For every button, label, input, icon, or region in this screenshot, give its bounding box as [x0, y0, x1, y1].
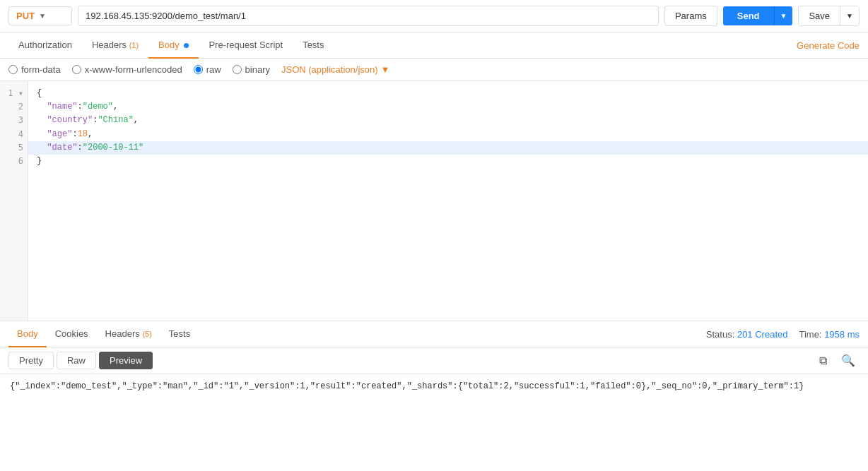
radio-binary[interactable]: [233, 65, 242, 74]
option-form-data[interactable]: form-data: [8, 64, 61, 75]
subtab-raw[interactable]: Raw: [57, 352, 96, 369]
tab-pre-request[interactable]: Pre-request Script: [199, 32, 293, 59]
tab-body[interactable]: Body: [148, 32, 199, 59]
send-button[interactable]: Send: [723, 6, 774, 25]
preview-actions: ⧉ 🔍: [815, 352, 860, 369]
search-icon: 🔍: [841, 354, 855, 366]
subtab-pretty[interactable]: Pretty: [8, 352, 54, 369]
response-panel: Body Cookies Headers (5) Tests Status: 2…: [0, 321, 868, 398]
json-type-selector[interactable]: JSON (application/json) ▼: [281, 64, 389, 75]
code-line-4: "age":18,: [37, 128, 860, 141]
option-raw[interactable]: raw: [194, 64, 221, 75]
code-line-1: {: [37, 87, 860, 100]
send-dropdown-button[interactable]: ▼: [774, 6, 793, 25]
json-type-chevron-icon: ▼: [381, 64, 390, 75]
save-button[interactable]: Save: [799, 6, 840, 25]
headers-badge: (1): [129, 41, 139, 49]
tab-authorization[interactable]: Authorization: [8, 32, 82, 59]
radio-raw[interactable]: [194, 65, 203, 74]
tab-tests[interactable]: Tests: [293, 32, 334, 59]
line-num-3: 3: [4, 114, 23, 127]
status-label: Status: 201 Created: [706, 329, 788, 340]
status-value: 201 Created: [737, 329, 788, 340]
code-editor: 1 ▾ 2 3 4 5 6 { "name":"demo", "country"…: [0, 81, 868, 321]
send-group: Send ▼: [723, 6, 793, 25]
generate-code-link[interactable]: Generate Code: [797, 33, 860, 58]
line-num-5: 5: [4, 141, 23, 155]
params-button[interactable]: Params: [664, 6, 717, 26]
url-input[interactable]: [78, 6, 659, 26]
code-body[interactable]: { "name":"demo", "country":"China", "age…: [28, 81, 868, 321]
radio-urlencoded[interactable]: [72, 65, 81, 74]
body-dot: [184, 43, 189, 48]
copy-icon: ⧉: [819, 354, 827, 366]
code-line-6: }: [37, 155, 860, 168]
subtab-preview[interactable]: Preview: [99, 352, 153, 369]
resp-headers-badge: (5): [142, 330, 151, 338]
resp-tab-tests[interactable]: Tests: [160, 321, 199, 347]
response-tabs-bar: Body Cookies Headers (5) Tests Status: 2…: [0, 321, 868, 347]
time-label: Time: 1958 ms: [799, 329, 860, 340]
line-num-6: 6: [4, 155, 23, 168]
code-line-3: "country":"China",: [37, 114, 860, 127]
method-selector[interactable]: PUT ▼: [8, 6, 72, 25]
method-label: PUT: [16, 11, 35, 21]
body-options: form-data x-www-form-urlencoded raw bina…: [0, 59, 868, 81]
resp-tab-headers[interactable]: Headers (5): [97, 321, 160, 347]
response-body: {"_index":"demo_test","_type":"man","_id…: [0, 374, 868, 398]
option-binary[interactable]: binary: [233, 64, 270, 75]
line-num-4: 4: [4, 128, 23, 141]
save-dropdown-button[interactable]: ▼: [840, 6, 859, 25]
resp-tab-cookies[interactable]: Cookies: [47, 321, 97, 347]
top-bar: PUT ▼ Params Send ▼ Save ▼: [0, 0, 868, 32]
option-urlencoded[interactable]: x-www-form-urlencoded: [72, 64, 182, 75]
save-group: Save ▼: [798, 6, 860, 26]
radio-form-data[interactable]: [8, 65, 18, 74]
time-value: 1958 ms: [824, 329, 860, 340]
resp-tab-body[interactable]: Body: [8, 321, 47, 347]
response-meta: Status: 201 Created Time: 1958 ms: [706, 329, 860, 340]
line-num-1: 1 ▾: [4, 87, 23, 100]
preview-subtabs: Pretty Raw Preview ⧉ 🔍: [0, 347, 868, 374]
code-line-5: "date":"2000-10-11": [28, 141, 868, 155]
method-chevron-icon: ▼: [39, 12, 46, 20]
code-line-2: "name":"demo",: [37, 100, 860, 114]
line-num-2: 2: [4, 100, 23, 114]
tab-headers[interactable]: Headers (1): [82, 32, 148, 59]
copy-icon-button[interactable]: ⧉: [815, 352, 831, 369]
search-icon-button[interactable]: 🔍: [837, 352, 860, 369]
line-numbers: 1 ▾ 2 3 4 5 6: [0, 81, 28, 321]
request-tabs: Authorization Headers (1) Body Pre-reque…: [0, 32, 868, 59]
